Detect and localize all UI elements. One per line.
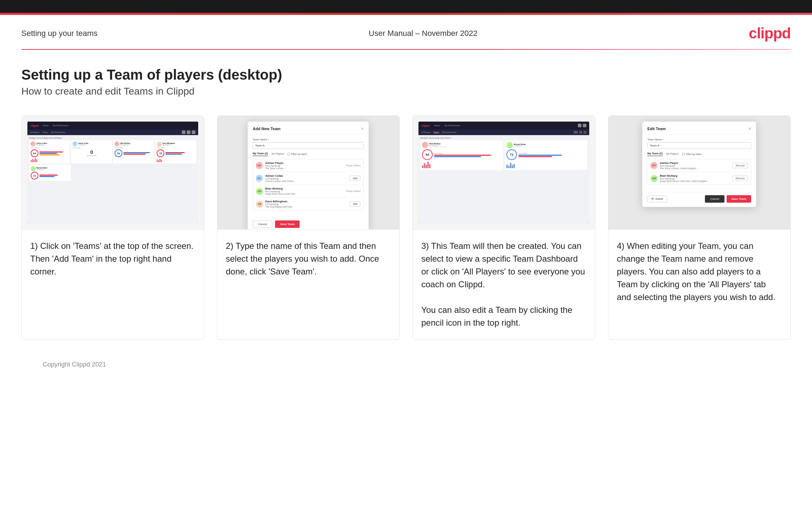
edit-filter-by-name: Filter by name bbox=[682, 153, 701, 155]
player-3-status: Player Added bbox=[346, 190, 361, 192]
player-4-name: Dave Billingham bbox=[265, 200, 348, 203]
add-dialog-footer: Cancel Save Team bbox=[248, 218, 369, 230]
player-1-info: Adrian Player Plus Handicap The Shive Lo… bbox=[265, 161, 343, 170]
edit-dialog-title: Edit Team bbox=[647, 127, 666, 131]
card-2-text: 2) Type the name of this Team and then s… bbox=[217, 230, 400, 339]
edit-player-1-detail: Plus Handicap bbox=[660, 165, 730, 167]
cancel-button[interactable]: Cancel bbox=[253, 220, 272, 228]
edit-save-team-button[interactable]: Save Team bbox=[727, 195, 751, 203]
player-4-avatar: DB bbox=[256, 201, 263, 208]
filter-by-name: Filter by name bbox=[288, 153, 307, 155]
header-logo: clippd bbox=[749, 25, 791, 42]
player-2-add-button[interactable]: Add bbox=[350, 176, 360, 181]
dialog-tabs: My Team (2) All Players Filter by name bbox=[253, 152, 364, 156]
edit-team-dialog: Edit Team × Team Name * Team A My Team (… bbox=[642, 122, 756, 207]
player-3-detail: Plus Handicap bbox=[265, 190, 343, 193]
player-4-detail: 3.5 Handicap bbox=[265, 203, 348, 206]
edit-player-1-name: Adrian Player bbox=[660, 161, 730, 165]
edit-team-name-input[interactable]: Team A bbox=[647, 142, 751, 149]
edit-tab-my-team[interactable]: My Team (2) bbox=[647, 152, 663, 156]
card-3-screenshot: clippd Teams My Performance All Players … bbox=[413, 116, 595, 230]
dashboard-mockup: clippd Home My Performance All Players T… bbox=[27, 122, 198, 224]
delete-label: Delete bbox=[655, 197, 663, 201]
player-1-name: Adrian Player bbox=[265, 161, 343, 165]
add-team-dialog: Add New Team × Team Name * Team A My Tea… bbox=[248, 122, 369, 230]
edit-player-2-detail: Plus Handicap bbox=[660, 177, 730, 180]
edit-team-name-label: Team Name * bbox=[647, 138, 751, 141]
edit-actions: Cancel Save Team bbox=[705, 195, 751, 203]
top-bar bbox=[0, 0, 812, 13]
edit-player-row-1: AP Adrian Player Plus Handicap The Shive… bbox=[648, 159, 751, 172]
player-3-club: Royal North Devon Golf Club bbox=[265, 193, 343, 195]
player-2-avatar: AC bbox=[256, 175, 263, 182]
edit-player-row-2: BM Blair McHarg Plus Handicap Royal Nort… bbox=[648, 172, 751, 185]
page-content: Setting up a Team of players (desktop) H… bbox=[0, 50, 812, 390]
edit-player-2-avatar: BM bbox=[650, 175, 658, 182]
tab-my-team[interactable]: My Team (2) bbox=[253, 152, 268, 156]
card-1-text: 1) Click on 'Teams' at the top of the sc… bbox=[22, 230, 204, 339]
card-4: Edit Team × Team Name * Team A My Team (… bbox=[608, 116, 791, 340]
save-team-button[interactable]: Save Team bbox=[275, 220, 300, 228]
tab-all-players[interactable]: All Players bbox=[271, 152, 284, 156]
edit-player-1-info: Adrian Player Plus Handicap The Shive Lo… bbox=[660, 161, 730, 170]
player-3-name: Blair McHarg bbox=[265, 187, 343, 190]
player-row-4: DB Dave Billingham 3.5 Handicap The Dog … bbox=[253, 198, 363, 210]
edit-player-1-remove-button[interactable]: Remove bbox=[732, 163, 748, 168]
player-2-info: Adrian Colba 1.5 Handicap Central London… bbox=[265, 174, 348, 182]
card-4-text: 4) When editing your Team, you can chang… bbox=[608, 230, 791, 339]
card-3-text: 3) This Team will then be created. You c… bbox=[413, 230, 595, 339]
player-2-detail: 1.5 Handicap bbox=[265, 177, 348, 180]
edit-cancel-button[interactable]: Cancel bbox=[705, 195, 724, 203]
footer: Copyright Clippd 2021 bbox=[21, 354, 791, 375]
player-4-info: Dave Billingham 3.5 Handicap The Dog Mag… bbox=[265, 200, 348, 208]
page-title: Setting up a Team of players (desktop) bbox=[21, 67, 791, 83]
page-subtitle: How to create and edit Teams in Clippd bbox=[21, 86, 791, 97]
player-row-1: AP Adrian Player Plus Handicap The Shive… bbox=[253, 159, 363, 172]
player-row-2: AC Adrian Colba 1.5 Handicap Central Lon… bbox=[253, 172, 363, 185]
edit-dialog-close-icon[interactable]: × bbox=[749, 126, 752, 131]
header: Setting up your teams User Manual – Nove… bbox=[0, 15, 812, 49]
edit-dialog-footer: Delete Cancel Save Team bbox=[642, 192, 756, 207]
edit-player-1-club: The Shive London, United Kingdom bbox=[660, 167, 730, 170]
card-3: clippd Teams My Performance All Players … bbox=[412, 116, 595, 340]
player-1-detail: Plus Handicap bbox=[265, 165, 343, 167]
card-1-screenshot: clippd Home My Performance All Players T… bbox=[22, 116, 204, 230]
card-1: clippd Home My Performance All Players T… bbox=[21, 116, 204, 340]
copyright-text: Copyright Clippd 2021 bbox=[43, 361, 106, 368]
team-dashboard-mockup: clippd Teams My Performance All Players … bbox=[418, 122, 589, 224]
header-center-text: User Manual – November 2022 bbox=[369, 29, 478, 38]
card-2: Add New Team × Team Name * Team A My Tea… bbox=[217, 116, 400, 340]
edit-player-2-info: Blair McHarg Plus Handicap Royal North D… bbox=[660, 174, 730, 182]
edit-player-1-avatar: AP bbox=[650, 162, 658, 169]
player-list: AP Adrian Player Plus Handicap The Shive… bbox=[253, 159, 364, 210]
player-1-avatar: AP bbox=[256, 162, 263, 169]
edit-dialog-header: Edit Team × bbox=[642, 122, 756, 134]
add-dialog-body: Team Name * Team A My Team (2) All Playe… bbox=[248, 134, 369, 218]
player-4-club: The Dog Magog Golf Club bbox=[265, 206, 348, 208]
card-4-screenshot: Edit Team × Team Name * Team A My Team (… bbox=[608, 116, 791, 230]
player-3-info: Blair McHarg Plus Handicap Royal North D… bbox=[265, 187, 343, 195]
edit-player-list: AP Adrian Player Plus Handicap The Shive… bbox=[647, 159, 751, 185]
add-dialog-close-icon[interactable]: × bbox=[361, 126, 364, 131]
edit-player-2-name: Blair McHarg bbox=[660, 174, 730, 177]
edit-dialog-tabs: My Team (2) All Players Filter by name bbox=[647, 152, 751, 156]
team-name-input[interactable]: Team A bbox=[253, 142, 364, 149]
player-2-name: Adrian Colba bbox=[265, 174, 348, 177]
edit-player-2-club: Royal North Devon Golf Club, United King… bbox=[660, 180, 730, 182]
header-left-text: Setting up your teams bbox=[21, 29, 97, 38]
player-2-club: Central London Golf Centre bbox=[265, 180, 348, 182]
edit-tab-all-players[interactable]: All Players bbox=[666, 152, 679, 156]
card-2-screenshot: Add New Team × Team Name * Team A My Tea… bbox=[217, 116, 400, 230]
edit-player-2-remove-button[interactable]: Remove bbox=[732, 176, 748, 181]
edit-dialog-body: Team Name * Team A My Team (2) All Playe… bbox=[642, 134, 756, 192]
player-1-club: The Shive London bbox=[265, 167, 343, 170]
player-1-status: Player Added bbox=[346, 164, 361, 167]
player-3-avatar: BM bbox=[256, 188, 263, 195]
cards-row: clippd Home My Performance All Players T… bbox=[21, 116, 791, 340]
team-name-label: Team Name * bbox=[253, 138, 364, 141]
delete-button[interactable]: Delete bbox=[647, 196, 667, 202]
player-row-3: BM Blair McHarg Plus Handicap Royal Nort… bbox=[253, 185, 363, 198]
player-4-add-button[interactable]: Add bbox=[350, 201, 360, 207]
add-dialog-title: Add New Team bbox=[253, 127, 280, 131]
add-dialog-header: Add New Team × bbox=[248, 122, 369, 134]
